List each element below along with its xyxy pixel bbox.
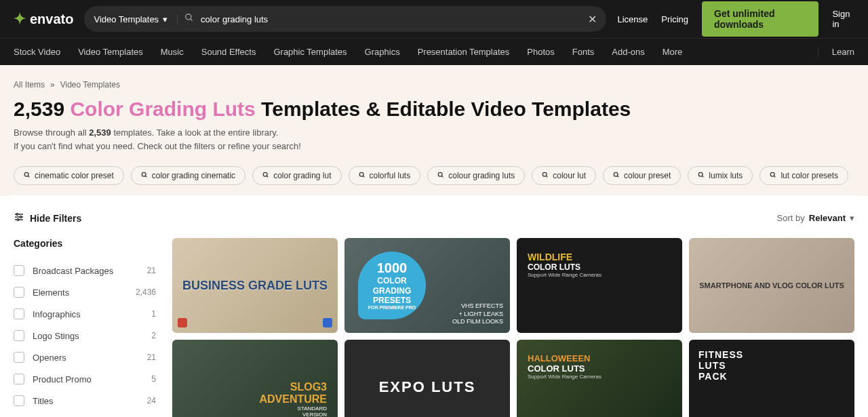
logo-text: envato: [30, 12, 73, 27]
svg-line-9: [363, 176, 364, 177]
related-search-pill[interactable]: colour preset: [603, 166, 681, 185]
search-icon: [262, 172, 269, 180]
nav-stock-video[interactable]: Stock Video: [14, 47, 60, 57]
pricing-link[interactable]: Pricing: [661, 14, 688, 24]
card-subtitle: VHS EFFECTS + LIGHT LEAKS OLD FILM LOOKS: [452, 302, 503, 326]
result-card[interactable]: WILDLIFE COLOR LUTS Support Wide Range C…: [517, 238, 682, 333]
checkbox-icon: [14, 330, 24, 341]
hero-section: All Items » Video Templates 2,539 Color …: [0, 65, 868, 196]
related-search-pill[interactable]: lumix luts: [688, 166, 753, 185]
nav-addons[interactable]: Add-ons: [612, 47, 644, 57]
pill-label: colour grading luts: [448, 171, 515, 180]
card-title: COLOR LUTS: [528, 363, 601, 374]
result-card[interactable]: HALLOWEEEN COLOR LUTS Support Wide Range…: [517, 340, 682, 417]
search-icon: [184, 13, 194, 25]
cta-button[interactable]: Get unlimited downloads: [702, 1, 818, 37]
nav-music[interactable]: Music: [161, 47, 184, 57]
search-input[interactable]: [201, 14, 588, 24]
top-header: ✦ envato Video Templates ▾ ✕ License Pri…: [0, 0, 868, 38]
pill-label: lut color presets: [781, 171, 838, 180]
related-search-pill[interactable]: cinematic color preset: [14, 166, 124, 185]
filter-checkbox-item[interactable]: Broadcast Packages21: [14, 260, 156, 281]
card-title: COLOR LUTS: [528, 262, 601, 272]
search-icon: [770, 172, 776, 180]
results-toolbar: Hide Filters Sort by Relevant ▾: [14, 212, 854, 224]
nav-presentation-templates[interactable]: Presentation Templates: [418, 47, 510, 57]
sort-dropdown[interactable]: Sort by Relevant ▾: [777, 213, 854, 223]
checkbox-icon: [14, 374, 24, 384]
card-title: ADVENTURE: [259, 393, 327, 405]
svg-point-16: [699, 172, 703, 176]
clear-search-icon[interactable]: ✕: [588, 13, 597, 26]
svg-line-13: [547, 176, 548, 177]
result-card[interactable]: BUSINESS GRADE LUTS: [172, 238, 338, 333]
filter-checkbox-item[interactable]: Openers21: [14, 346, 156, 368]
header-right: License Pricing Get unlimited downloads …: [617, 1, 854, 37]
nav-sound-effects[interactable]: Sound Effects: [201, 47, 256, 57]
related-search-pill[interactable]: color grading lut: [252, 166, 341, 185]
filter-checkbox-item[interactable]: Logo Stings2: [14, 325, 156, 346]
svg-line-19: [774, 176, 776, 177]
filter-label: Elements: [33, 287, 69, 298]
checkbox-icon: [14, 287, 24, 298]
filter-count: 21: [147, 353, 156, 362]
signin-link[interactable]: Sign in: [832, 9, 854, 29]
filter-label: Titles: [33, 396, 54, 406]
hide-filters-button[interactable]: Hide Filters: [14, 212, 81, 224]
filter-label: Broadcast Packages: [33, 266, 113, 276]
filter-checkbox-item[interactable]: Elements2,436: [14, 281, 156, 303]
title-count: 2,539: [14, 98, 64, 120]
page-title: 2,539 Color Grading Luts Templates & Edi…: [14, 98, 854, 121]
breadcrumb: All Items » Video Templates: [14, 80, 854, 90]
nav-fonts[interactable]: Fonts: [572, 47, 595, 57]
search-icon: [24, 172, 31, 180]
search-bar: Video Templates ▾ ✕: [84, 6, 606, 32]
logo[interactable]: ✦ envato: [14, 10, 73, 28]
filter-count: 2,436: [136, 287, 156, 297]
nav-video-templates[interactable]: Video Templates: [78, 47, 143, 57]
svg-line-7: [267, 176, 268, 177]
chevron-down-icon: ▾: [850, 213, 854, 223]
card-title: WILDLIFE: [528, 252, 601, 262]
filters-icon: [14, 212, 24, 224]
filter-label: Openers: [33, 353, 66, 363]
breadcrumb-all-items[interactable]: All Items: [14, 80, 45, 90]
result-card[interactable]: SLOG3 ADVENTURE STANDARD VERSION INCLUDE…: [172, 340, 338, 417]
filter-checkbox-item[interactable]: Titles24: [14, 390, 156, 412]
checkbox-icon: [14, 265, 24, 276]
filter-checkbox-item[interactable]: Product Promo5: [14, 368, 156, 390]
category-dropdown[interactable]: Video Templates ▾: [94, 14, 178, 24]
related-search-pill[interactable]: lut color presets: [760, 166, 848, 185]
nav-graphic-templates[interactable]: Graphic Templates: [273, 47, 347, 57]
title-rest: Templates & Editable Video Templates: [261, 98, 631, 120]
svg-line-1: [191, 19, 193, 21]
result-card[interactable]: SMARTPHONE AND VLOG COLOR LUTS: [689, 238, 854, 333]
filter-count: 5: [151, 374, 156, 384]
category-dropdown-label: Video Templates: [94, 14, 159, 24]
card-subtitle: Support Wide Range Cameras: [528, 272, 601, 278]
svg-point-2: [24, 172, 28, 176]
result-card[interactable]: FITNESS LUTS PACK: [689, 340, 854, 417]
filter-checkbox-item[interactable]: Infographics1: [14, 303, 156, 325]
nav-more[interactable]: More: [663, 47, 683, 57]
related-search-pill[interactable]: colorful luts: [349, 166, 421, 185]
filter-checkbox-item[interactable]: Video Displays20: [14, 412, 156, 417]
svg-point-31: [20, 216, 22, 218]
nav-photos[interactable]: Photos: [527, 47, 554, 57]
sidebar-categories-title: Categories: [14, 238, 156, 249]
related-search-pill[interactable]: color grading cinematic: [131, 166, 245, 185]
nav-learn[interactable]: Learn: [818, 47, 854, 57]
app-icon: [323, 318, 332, 327]
nav-bar: Stock Video Video Templates Music Sound …: [0, 38, 868, 65]
license-link[interactable]: License: [617, 14, 648, 24]
filters-sidebar: Categories Broadcast Packages21Elements2…: [14, 238, 156, 417]
filter-label: Product Promo: [33, 374, 92, 384]
result-card[interactable]: EXPO LUTS: [344, 340, 510, 417]
card-title: HALLOWEEEN: [528, 353, 601, 363]
svg-point-12: [543, 172, 547, 176]
checkbox-icon: [14, 309, 24, 319]
related-search-pill[interactable]: colour grading luts: [427, 166, 525, 185]
nav-graphics[interactable]: Graphics: [365, 47, 400, 57]
result-card[interactable]: 1000 COLOR GRADING PRESETS FOR PREMIERE …: [344, 238, 510, 333]
related-search-pill[interactable]: colour lut: [532, 166, 596, 185]
